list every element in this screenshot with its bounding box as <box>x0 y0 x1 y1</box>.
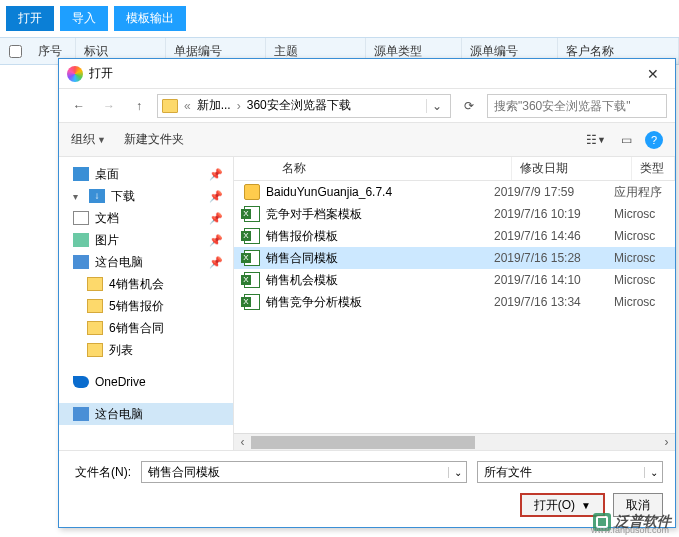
preview-pane-icon[interactable]: ▭ <box>611 129 641 151</box>
xls-file-icon <box>244 294 260 310</box>
col-date[interactable]: 修改日期 <box>512 157 632 180</box>
tree-item-label: 列表 <box>109 342 133 359</box>
file-name: 竞争对手档案模板 <box>266 206 362 223</box>
tree-item[interactable]: 这台电脑📌 <box>59 251 233 273</box>
file-type: Microsc <box>614 207 675 221</box>
breadcrumb[interactable]: 360安全浏览器下载 <box>247 97 351 114</box>
file-date: 2019/7/16 14:46 <box>494 229 614 243</box>
horizontal-scrollbar[interactable]: ‹ › <box>234 433 675 450</box>
command-row: 组织▼ 新建文件夹 ☷ ▼ ▭ ? <box>59 123 675 157</box>
view-mode-icon[interactable]: ☷ ▼ <box>581 129 611 151</box>
fold-icon <box>87 277 103 291</box>
file-name: BaiduYunGuanjia_6.7.4 <box>266 185 392 199</box>
file-type: Microsc <box>614 273 675 287</box>
pin-icon: 📌 <box>209 190 223 203</box>
dialog-titlebar: 打开 ✕ <box>59 59 675 89</box>
filetype-select[interactable]: 所有文件 ⌄ <box>477 461 663 483</box>
address-bar[interactable]: « 新加... › 360安全浏览器下载 ⌄ <box>157 94 451 118</box>
nav-up-icon[interactable]: ↑ <box>127 94 151 118</box>
scroll-thumb[interactable] <box>251 436 475 449</box>
tree-item-label: 下载 <box>111 188 135 205</box>
tree-item[interactable]: OneDrive <box>59 371 233 393</box>
pin-icon: 📌 <box>209 212 223 225</box>
fold-icon <box>87 343 103 357</box>
dialog-footer: 文件名(N): 销售合同模板 ⌄ 所有文件 ⌄ 打开(O)▼ 取消 <box>59 450 675 527</box>
pin-icon: 📌 <box>209 256 223 269</box>
nav-row: ← → ↑ « 新加... › 360安全浏览器下载 ⌄ ⟳ <box>59 89 675 123</box>
file-row[interactable]: 销售报价模板2019/7/16 14:46Microsc <box>234 225 675 247</box>
file-name: 销售机会模板 <box>266 272 338 289</box>
tree-item[interactable]: 4销售机会 <box>59 273 233 295</box>
file-date: 2019/7/16 15:28 <box>494 251 614 265</box>
xls-file-icon <box>244 272 260 288</box>
tree-item[interactable]: 5销售报价 <box>59 295 233 317</box>
filename-dropdown-icon[interactable]: ⌄ <box>448 467 466 478</box>
pin-icon: 📌 <box>209 168 223 181</box>
scroll-right-icon[interactable]: › <box>658 435 675 449</box>
refresh-icon[interactable]: ⟳ <box>457 94 481 118</box>
pc-icon <box>73 255 89 269</box>
xls-file-icon <box>244 206 260 222</box>
organize-menu[interactable]: 组织▼ <box>71 131 106 148</box>
file-row[interactable]: BaiduYunGuanjia_6.7.42019/7/9 17:59应用程序 <box>234 181 675 203</box>
scroll-left-icon[interactable]: ‹ <box>234 435 251 449</box>
address-dropdown-icon[interactable]: ⌄ <box>426 99 446 113</box>
file-list[interactable]: BaiduYunGuanjia_6.7.42019/7/9 17:59应用程序竞… <box>234 181 675 433</box>
file-row[interactable]: 销售合同模板2019/7/16 15:28Microsc <box>234 247 675 269</box>
pin-icon: 📌 <box>209 234 223 247</box>
file-row[interactable]: 竞争对手档案模板2019/7/16 10:19Microsc <box>234 203 675 225</box>
tree-item[interactable]: 列表 <box>59 339 233 361</box>
file-name: 销售合同模板 <box>266 250 338 267</box>
nav-forward-icon[interactable]: → <box>97 94 121 118</box>
folder-tree[interactable]: 桌面📌▾下载📌文档📌图片📌这台电脑📌4销售机会5销售报价6销售合同列表OneDr… <box>59 157 234 450</box>
new-folder-button[interactable]: 新建文件夹 <box>124 131 184 148</box>
desk-icon <box>73 167 89 181</box>
one-icon <box>73 376 89 388</box>
tree-item[interactable]: ▾下载📌 <box>59 185 233 207</box>
tree-item[interactable]: 6销售合同 <box>59 317 233 339</box>
file-row[interactable]: 销售机会模板2019/7/16 14:10Microsc <box>234 269 675 291</box>
template-output-button[interactable]: 模板输出 <box>114 6 186 31</box>
tree-item[interactable]: 这台电脑 <box>59 403 233 425</box>
xls-file-icon <box>244 228 260 244</box>
tree-item-label: 5销售报价 <box>109 298 164 315</box>
pic-icon <box>73 233 89 247</box>
tree-item-label: 这台电脑 <box>95 254 143 271</box>
down-icon <box>89 189 105 203</box>
expand-icon[interactable]: ▾ <box>73 191 83 202</box>
import-button[interactable]: 导入 <box>60 6 108 31</box>
breadcrumb[interactable]: 新加... <box>197 97 231 114</box>
open-button[interactable]: 打开 <box>6 6 54 31</box>
tree-item-label: 图片 <box>95 232 119 249</box>
file-row[interactable]: 销售竞争分析模板2019/7/16 13:34Microsc <box>234 291 675 313</box>
close-icon[interactable]: ✕ <box>639 66 667 82</box>
file-date: 2019/7/16 13:34 <box>494 295 614 309</box>
help-icon[interactable]: ? <box>645 131 663 149</box>
filename-input[interactable]: 销售合同模板 ⌄ <box>141 461 467 483</box>
app-icon <box>67 66 83 82</box>
open-split-icon[interactable]: ▼ <box>581 500 591 511</box>
file-date: 2019/7/16 14:10 <box>494 273 614 287</box>
tree-item[interactable]: 图片📌 <box>59 229 233 251</box>
fold-icon <box>87 299 103 313</box>
filename-label: 文件名(N): <box>71 464 131 481</box>
tree-item[interactable]: 文档📌 <box>59 207 233 229</box>
tree-item-label: 桌面 <box>95 166 119 183</box>
col-type[interactable]: 类型 <box>632 157 675 180</box>
select-all-checkbox[interactable] <box>9 45 22 58</box>
file-name: 销售竞争分析模板 <box>266 294 362 311</box>
col-name[interactable]: 名称 <box>252 157 512 180</box>
tree-item[interactable]: 桌面📌 <box>59 163 233 185</box>
main-toolbar: 打开 导入 模板输出 <box>0 0 679 37</box>
filetype-dropdown-icon[interactable]: ⌄ <box>644 467 662 478</box>
file-type: 应用程序 <box>614 184 675 201</box>
file-type: Microsc <box>614 229 675 243</box>
file-date: 2019/7/16 10:19 <box>494 207 614 221</box>
file-type: Microsc <box>614 251 675 265</box>
search-input[interactable] <box>487 94 667 118</box>
dialog-title: 打开 <box>89 65 639 82</box>
watermark: 泛普软件 www.fanpusoft.com <box>593 513 671 531</box>
doc-icon <box>73 211 89 225</box>
pc-icon <box>73 407 89 421</box>
nav-back-icon[interactable]: ← <box>67 94 91 118</box>
